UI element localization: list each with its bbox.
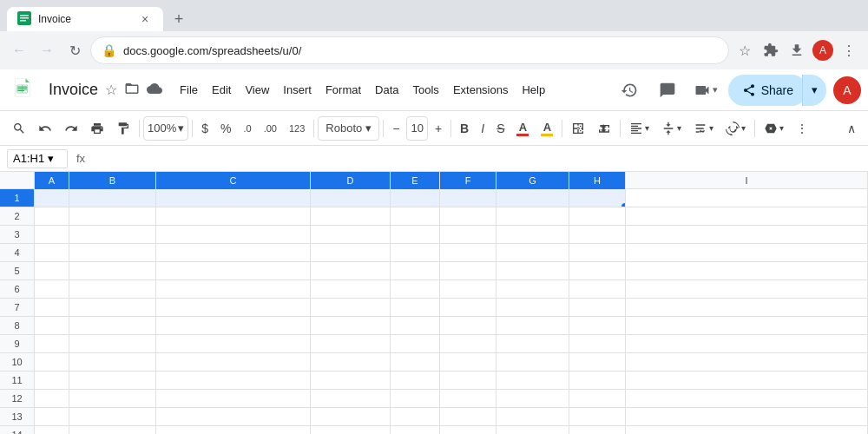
cell-A12[interactable]	[35, 390, 69, 408]
row-header-14[interactable]: 14	[0, 426, 35, 434]
cell-H1[interactable]	[569, 189, 626, 207]
cell-E12[interactable]	[391, 390, 440, 408]
cell-D3[interactable]	[311, 226, 391, 244]
cell-F7[interactable]	[440, 299, 496, 317]
menu-data[interactable]: Data	[368, 80, 405, 100]
forward-button[interactable]: →	[35, 38, 59, 62]
cell-D6[interactable]	[311, 280, 391, 299]
percent-button[interactable]: %	[215, 116, 236, 141]
meet-button[interactable]: ▾	[690, 75, 721, 106]
cell-D8[interactable]	[311, 317, 391, 335]
star-icon[interactable]: ☆	[105, 82, 117, 98]
formula-input[interactable]	[94, 149, 861, 168]
currency-button[interactable]: $	[196, 116, 214, 141]
font-size-plus-button[interactable]: +	[430, 116, 447, 141]
text-color-button[interactable]: A	[511, 116, 534, 141]
menu-file[interactable]: File	[173, 80, 205, 100]
cell-D1[interactable]	[311, 189, 391, 207]
refresh-button[interactable]: ↻	[62, 38, 87, 62]
cell-extra-5[interactable]	[626, 262, 868, 280]
download-button[interactable]	[785, 38, 809, 62]
row-header-4[interactable]: 4	[0, 244, 35, 262]
cell-D2[interactable]	[311, 207, 391, 226]
cell-G7[interactable]	[496, 299, 569, 317]
cell-extra-12[interactable]	[626, 390, 868, 408]
history-button[interactable]	[614, 75, 645, 106]
cell-A2[interactable]	[35, 207, 69, 226]
cell-G2[interactable]	[496, 207, 569, 226]
cell-E8[interactable]	[391, 317, 440, 335]
cell-B1[interactable]	[69, 189, 156, 207]
row-header-9[interactable]: 9	[0, 335, 35, 353]
cell-F12[interactable]	[440, 390, 496, 408]
cell-extra-6[interactable]	[626, 280, 868, 299]
cell-extra-9[interactable]	[626, 335, 868, 353]
back-button[interactable]: ←	[7, 38, 31, 62]
bookmark-button[interactable]: ☆	[733, 38, 757, 62]
extensions-button[interactable]	[759, 38, 783, 62]
cell-E14[interactable]	[391, 426, 440, 434]
new-tab-button[interactable]: +	[167, 7, 191, 31]
cell-F6[interactable]	[440, 280, 496, 299]
cell-F13[interactable]	[440, 408, 496, 426]
cell-C2[interactable]	[156, 207, 311, 226]
row-header-12[interactable]: 12	[0, 390, 35, 408]
menu-extensions[interactable]: Extensions	[446, 80, 516, 100]
menu-tools[interactable]: Tools	[406, 80, 446, 100]
cell-C6[interactable]	[156, 280, 311, 299]
cell-extra-7[interactable]	[626, 299, 868, 317]
cell-H9[interactable]	[569, 335, 626, 353]
cell-A9[interactable]	[35, 335, 69, 353]
cell-F3[interactable]	[440, 226, 496, 244]
menu-help[interactable]: Help	[515, 80, 552, 100]
cell-H4[interactable]	[569, 244, 626, 262]
address-bar[interactable]: 🔒 docs.google.com/spreadsheets/u/0/	[90, 36, 729, 64]
cell-D12[interactable]	[311, 390, 391, 408]
cell-F11[interactable]	[440, 372, 496, 390]
row-header-7[interactable]: 7	[0, 299, 35, 317]
cell-extra-4[interactable]	[626, 244, 868, 262]
chat-button[interactable]	[652, 75, 683, 106]
row-header-6[interactable]: 6	[0, 280, 35, 299]
cell-H13[interactable]	[569, 408, 626, 426]
user-avatar[interactable]: A	[833, 76, 861, 104]
cell-H6[interactable]	[569, 280, 626, 299]
col-header-d[interactable]: D	[311, 172, 391, 189]
col-header-f[interactable]: F	[440, 172, 496, 189]
cell-H10[interactable]	[569, 353, 626, 372]
cell-extra-10[interactable]	[626, 353, 868, 372]
cell-C3[interactable]	[156, 226, 311, 244]
row-header-8[interactable]: 8	[0, 317, 35, 335]
cell-G5[interactable]	[496, 262, 569, 280]
cell-D7[interactable]	[311, 299, 391, 317]
wrap-button[interactable]: ▾	[688, 116, 719, 141]
cell-D5[interactable]	[311, 262, 391, 280]
functions-button[interactable]: ▾	[759, 116, 789, 141]
col-header-c[interactable]: C	[156, 172, 311, 189]
font-family-select[interactable]: Roboto ▾	[318, 116, 379, 141]
cell-G11[interactable]	[496, 372, 569, 390]
cell-B10[interactable]	[69, 353, 156, 372]
cell-E9[interactable]	[391, 335, 440, 353]
menu-insert[interactable]: Insert	[276, 80, 319, 100]
move-to-drive-icon[interactable]	[124, 81, 140, 99]
align-button[interactable]: ▾	[624, 116, 654, 141]
rotate-button[interactable]: ▾	[720, 116, 751, 141]
tab-close-button[interactable]: ×	[137, 11, 153, 27]
cell-G13[interactable]	[496, 408, 569, 426]
cell-C5[interactable]	[156, 262, 311, 280]
cell-C12[interactable]	[156, 390, 311, 408]
more-options-button[interactable]: ⋮	[791, 116, 813, 141]
cell-F4[interactable]	[440, 244, 496, 262]
cell-extra-11[interactable]	[626, 372, 868, 390]
cell-E10[interactable]	[391, 353, 440, 372]
row-header-13[interactable]: 13	[0, 408, 35, 426]
italic-button[interactable]: I	[476, 116, 490, 141]
cell-E3[interactable]	[391, 226, 440, 244]
paint-format-button[interactable]	[111, 116, 135, 141]
cell-H11[interactable]	[569, 372, 626, 390]
cell-extra-14[interactable]	[626, 426, 868, 434]
cell-E4[interactable]	[391, 244, 440, 262]
menu-view[interactable]: View	[238, 80, 276, 100]
cell-C8[interactable]	[156, 317, 311, 335]
